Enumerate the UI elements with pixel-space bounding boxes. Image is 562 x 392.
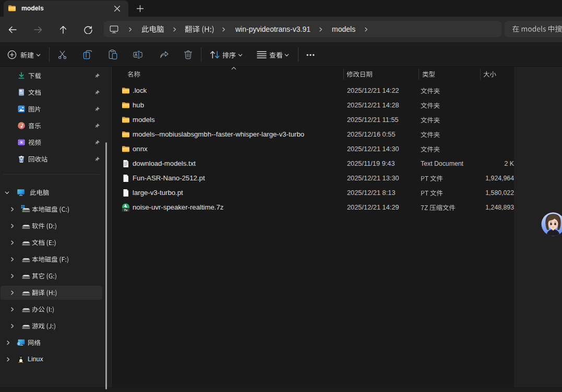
svg-text:7z: 7z (124, 209, 127, 212)
